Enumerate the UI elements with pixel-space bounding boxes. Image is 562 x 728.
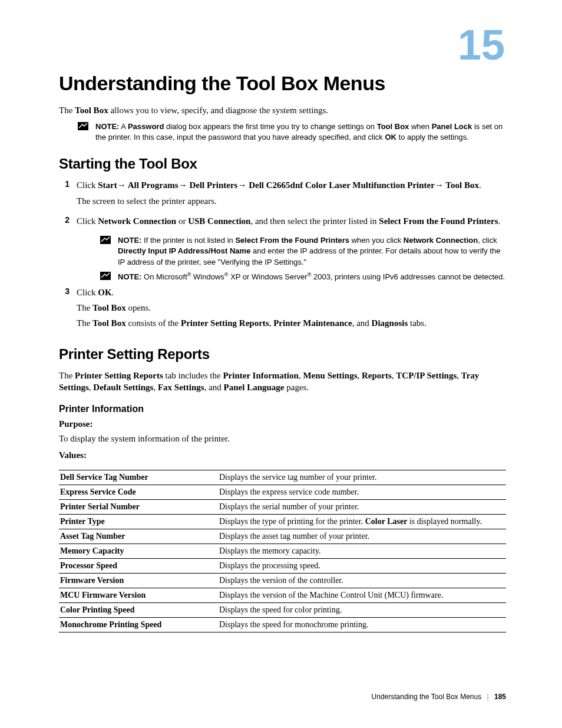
text: .: [498, 216, 500, 226]
select-term: Select From the Found Printers: [235, 236, 349, 245]
table-value: Displays the speed for color printing.: [218, 603, 506, 618]
purpose-label: Purpose:: [59, 419, 506, 429]
note-label: NOTE:: [118, 236, 141, 245]
note-block: NOTE: On Microsoft® Windows® XP or Windo…: [100, 271, 506, 283]
table-value: Displays the asset tag number of your pr…: [218, 529, 506, 544]
table-key: Printer Type: [59, 515, 218, 529]
step-body: Click Start→ All Programs→ Dell Printers…: [77, 179, 506, 210]
text: , and: [204, 383, 224, 392]
table-value: Displays the serial number of your print…: [218, 500, 506, 515]
arrow-icon: →: [435, 180, 444, 190]
note-text: NOTE: A Password dialog box appears the …: [95, 121, 506, 143]
text: 2003, printers using IPv6 addresses cann…: [311, 272, 505, 281]
registered-icon: ®: [224, 272, 229, 278]
footer-separator: |: [487, 693, 489, 701]
text: Windows: [191, 272, 224, 281]
table-row: Dell Service Tag NumberDisplays the serv…: [59, 470, 506, 485]
table-row: Processor SpeedDisplays the processing s…: [59, 559, 506, 574]
table-key: Processor Speed: [59, 559, 218, 574]
term: Fax Settings: [158, 383, 204, 392]
text: The: [77, 303, 92, 312]
text: A: [119, 122, 127, 131]
step-number: 3: [59, 286, 77, 333]
note-icon: [100, 272, 112, 283]
toolbox-term: Tool Box: [444, 180, 479, 190]
text: allows you to view, specify, and diagnos…: [108, 106, 328, 115]
toolbox-term: Tool Box: [377, 122, 409, 131]
note-text: NOTE: If the printer is not listed in Se…: [118, 235, 506, 268]
text: XP or Windows Server: [229, 272, 308, 281]
term: Printer Setting Reports: [75, 371, 163, 380]
text: to apply the settings.: [396, 133, 469, 141]
usb-term: USB Connection: [188, 216, 250, 226]
reports-term: Printer Setting Reports: [181, 318, 269, 328]
text: Click: [77, 180, 98, 190]
table-row: Monochrome Printing SpeedDisplays the sp…: [59, 618, 506, 633]
text: , click: [478, 236, 497, 245]
table-value: Displays the version of the Machine Cont…: [218, 588, 506, 603]
values-label: Values:: [59, 450, 506, 460]
printer-info-table: Dell Service Tag NumberDisplays the serv…: [59, 470, 506, 633]
select-term: Select From the Found Printers: [379, 216, 498, 226]
table-key: Firmware Version: [59, 574, 218, 588]
text: The: [59, 106, 75, 115]
table-key: Color Printing Speed: [59, 603, 218, 618]
step-body: Click Network Connection or USB Connecti…: [77, 215, 506, 230]
text: .: [112, 288, 114, 297]
password-term: Password: [128, 122, 164, 131]
model-term: Dell C2665dnf Color Laser Multifunction …: [246, 180, 434, 190]
text: when you click: [349, 236, 404, 245]
note-block: NOTE: If the printer is not listed in Se…: [100, 235, 506, 268]
note-icon: [100, 236, 112, 247]
text: ,: [153, 383, 158, 392]
text: If the printer is not listed in: [141, 236, 235, 245]
section-heading-starting: Starting the Tool Box: [59, 156, 506, 172]
step-text: Click Start→ All Programs→ Dell Printers…: [77, 179, 506, 191]
table-value: Displays the memory capacity.: [218, 544, 506, 559]
term: TCP/IP Settings: [396, 371, 457, 380]
table-key: MCU Firmware Version: [59, 588, 218, 603]
term: Printer Information: [223, 371, 298, 380]
subsection-heading: Printer Information: [59, 404, 506, 414]
table-value: Displays the processing speed.: [218, 559, 506, 574]
step-subtext: The Tool Box opens.: [77, 302, 506, 314]
table-row: MCU Firmware VersionDisplays the version…: [59, 588, 506, 603]
document-page: 15 Understanding the Tool Box Menus The …: [0, 0, 562, 656]
steps-list: 3 Click OK. The Tool Box opens. The Tool…: [59, 286, 506, 333]
text: consists of the: [126, 318, 181, 328]
table-row: Printer Serial NumberDisplays the serial…: [59, 500, 506, 515]
table-key: Monochrome Printing Speed: [59, 618, 218, 633]
text: On Microsoft: [141, 272, 187, 281]
step-subtext: The screen to select the printer appears…: [77, 195, 506, 207]
direct-term: Directly Input IP Address/Host Name: [118, 246, 250, 255]
maintenance-term: Printer Maintenance: [273, 318, 352, 328]
intro-paragraph: The Tool Box allows you to view, specify…: [59, 106, 506, 116]
step-item: 2 Click Network Connection or USB Connec…: [59, 215, 506, 230]
text: ,: [357, 371, 362, 380]
arrow-icon: →: [117, 180, 126, 190]
text: Click: [77, 288, 98, 297]
table-row: Express Service CodeDisplays the express…: [59, 485, 506, 500]
section-paragraph: The Printer Setting Reports tab includes…: [59, 370, 506, 394]
text: Click: [77, 216, 98, 226]
table-key: Memory Capacity: [59, 544, 218, 559]
note-label: NOTE:: [118, 272, 141, 281]
section-heading-reports: Printer Setting Reports: [59, 346, 506, 363]
step-number: 1: [59, 179, 77, 210]
purpose-text: To display the system information of the…: [59, 433, 506, 444]
ok-term: OK: [385, 133, 396, 141]
text: pages.: [285, 383, 309, 392]
table-row: Asset Tag NumberDisplays the asset tag n…: [59, 529, 506, 544]
table-value: Displays the speed for monochrome printi…: [218, 618, 506, 633]
step-text: Click OK.: [77, 286, 506, 298]
note-text: NOTE: On Microsoft® Windows® XP or Windo…: [118, 271, 506, 283]
step-text: Click Network Connection or USB Connecti…: [77, 215, 506, 227]
arrow-icon: →: [237, 180, 246, 190]
text: , and then select the printer listed in: [250, 216, 379, 226]
network-term: Network Connection: [98, 216, 176, 226]
table-key: Express Service Code: [59, 485, 218, 500]
text: dialog box appears the first time you tr…: [164, 122, 376, 131]
text: .: [479, 180, 481, 190]
table-key: Asset Tag Number: [59, 529, 218, 544]
step-subtext: The Tool Box consists of the Printer Set…: [77, 317, 506, 329]
